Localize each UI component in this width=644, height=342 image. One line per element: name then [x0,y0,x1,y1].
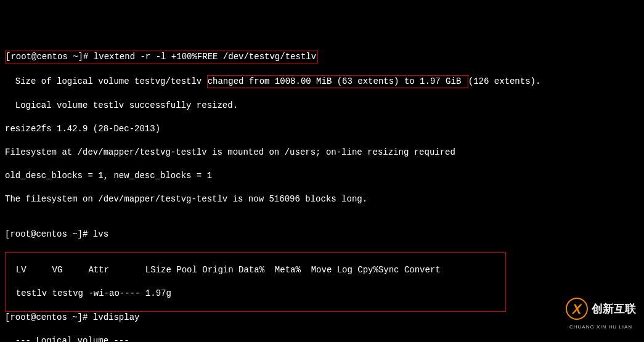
terminal-line: The filesystem on /dev/mapper/testvg-tes… [5,193,639,205]
highlight-box-cmd: [root@centos ~]# lvextend -r -l +100%FRE… [5,51,318,63]
highlight-box-size-change: changed from 1008.00 MiB (63 extents) to… [207,75,468,88]
terminal-line: [root@centos ~]# lvextend -r -l +100%FRE… [6,52,316,62]
terminal-line: (126 extents). [468,76,541,86]
terminal-text: changed from 1008.00 MiB (63 extents) to… [208,76,467,86]
highlight-box-lvs: LV VG Attr LSize Pool Origin Data% Meta%… [5,252,506,312]
terminal-line: [root@centos ~]# lvdisplay [5,312,639,324]
terminal-line: resize2fs 1.42.9 (28-Dec-2013) [5,123,639,135]
terminal-line: Filesystem at /dev/mapper/testvg-testlv … [5,147,639,158]
terminal-line: Size of logical volume testvg/testlv [5,76,207,86]
terminal-line: Logical volume testlv successfully resiz… [5,100,639,112]
terminal-line: old_desc_blocks = 1, new_desc_blocks = 1 [5,170,639,182]
terminal-line: --- Logical volume --- [5,335,639,342]
terminal-line: testlv testvg -wi-ao---- 1.97g [6,288,503,299]
terminal-line: LV VG Attr LSize Pool Origin Data% Meta%… [6,264,503,276]
terminal-line: [root@centos ~]# lvs [5,229,639,240]
